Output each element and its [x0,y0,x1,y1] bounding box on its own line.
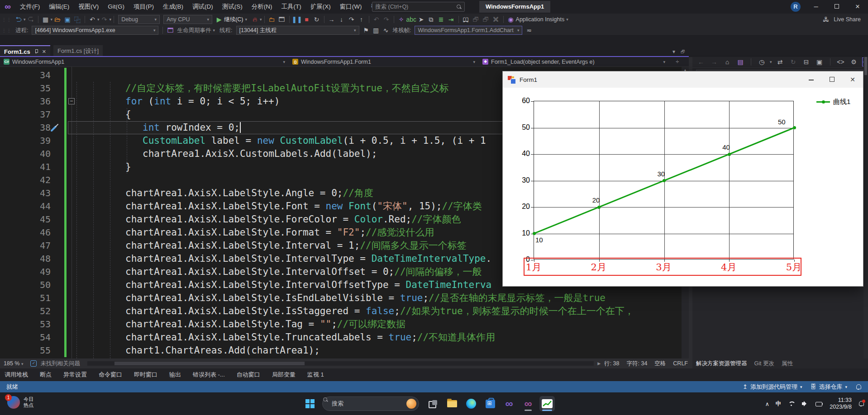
home-icon[interactable]: ⌂ [722,58,732,66]
tab-form1-cs-design[interactable]: Form1.cs [设计] [53,45,103,57]
continue-icon[interactable]: ▶ [214,16,224,23]
bottom-panel-tab[interactable]: 异常设置 [63,371,87,379]
pin-icon[interactable] [34,49,38,54]
select-repository-button[interactable]: 🗄 选择仓库▾ [810,383,847,391]
panel-scrollbar[interactable] [863,56,868,359]
taskbar-search[interactable]: 搜索 [322,396,419,411]
menu-item[interactable]: Git(G) [103,3,129,10]
menu-item[interactable]: 项目(P) [129,3,158,10]
close-button[interactable]: ✕ [847,0,868,14]
thread-select[interactable]: [13044] 主线程▾ [236,26,359,35]
ime-indicator[interactable]: 中 [776,400,782,408]
minimize-button[interactable]: ─ [806,0,826,14]
battery-icon[interactable] [816,401,823,407]
bottom-panel-tab[interactable]: 自动窗口 [237,371,260,379]
menu-item[interactable]: 调试(D) [188,3,218,10]
running-chart-app-button[interactable] [539,396,555,411]
continue-button[interactable]: 继续(C) [224,16,243,24]
code-view-icon[interactable]: <> [836,58,846,66]
pointer-icon[interactable]: ➤ [416,16,426,23]
bottom-panel-tab[interactable]: 错误列表 -... [193,371,225,379]
show-threads-icon[interactable]: ▥ [371,27,381,34]
account-avatar[interactable]: R [791,2,801,12]
breadcrumb-member[interactable]: ❖ Form1_Load(object sender, EventArgs e)… [479,59,669,65]
format-document-icon[interactable]: ⇥ [446,16,456,23]
panel-tab[interactable]: 解决方案资源管理器 [696,360,747,368]
add-to-source-control-button[interactable]: ↥ 添加到源代码管理▾ [743,383,802,391]
visual-studio-2-button[interactable]: ∞ [520,396,536,411]
start-button[interactable] [302,396,318,411]
menu-item[interactable]: 分析(N) [247,3,277,10]
compare-icon[interactable]: ⇄ [775,58,785,66]
new-project-icon[interactable]: ▦ [41,16,51,23]
bottom-panel-tab[interactable]: 局部变量 [272,371,296,379]
microsoft-store-button[interactable] [482,396,498,411]
open-folder-icon[interactable]: 🗁 [52,16,62,23]
step-over-icon[interactable]: ↷ [347,16,357,23]
eol-indicator[interactable]: CRLF [673,360,688,367]
task-view-button[interactable] [425,396,441,411]
stack-frame-select[interactable]: WindowsFormsApp1.Form1.AddChart▾ [415,26,522,35]
hot-reload-icon[interactable]: 🔥︎ [250,16,260,24]
collapse-all-icon[interactable]: ⊟ [801,58,811,66]
flow-icon[interactable]: ∿ [381,27,391,34]
application-insights-button[interactable]: Application Insights [516,16,565,23]
solution-platforms-select[interactable]: Any CPU▾ [163,15,212,24]
scroll-right-icon[interactable]: ▶ [597,361,601,366]
lifecycle-events-dropdown[interactable]: ▾ [213,28,215,33]
visual-studio-button[interactable]: ∞ [501,396,517,411]
form-maximize-button[interactable] [821,71,842,88]
menu-item[interactable]: 工具(T) [277,3,306,10]
form-minimize-button[interactable] [801,71,821,88]
copy-document-icon[interactable]: ⧉ [426,16,436,24]
widgets-button[interactable]: 1 今日 热点 [4,395,37,410]
forward-icon[interactable]: → [709,58,719,66]
bookmark-clear-icon[interactable]: 🗙 [491,16,501,23]
navigate-back-icon[interactable]: ⮌ [14,16,24,23]
horizontal-scrollbar[interactable] [87,361,594,366]
intellisense-icon[interactable]: ✧ [396,16,406,23]
quick-search-input[interactable]: 搜索 (Ctrl+Q) [372,2,465,12]
bottom-panel-tab[interactable]: 即时窗口 [134,371,157,379]
bookmark-next-icon[interactable]: 🗗 [481,16,491,23]
undo2-icon[interactable]: ↶ [372,16,382,23]
pending-changes-filter-icon[interactable]: ◷ [757,58,767,66]
notifications-bell-icon[interactable] [855,384,862,390]
find-in-files-icon[interactable]: 🗀 [267,16,277,23]
show-next-statement-icon[interactable]: → [327,16,337,23]
switch-views-icon[interactable]: ▤ [735,58,745,66]
show-all-files-icon[interactable]: ▣ [815,58,825,66]
close-tab-icon[interactable]: ✕ [42,49,46,55]
bottom-panel-tab[interactable]: 输出 [169,371,181,379]
edge-browser-button[interactable] [463,396,479,411]
menu-item[interactable]: 扩展(X) [306,3,335,10]
file-explorer-button[interactable] [444,396,460,411]
save-all-icon[interactable]: ⿻ [72,15,82,24]
spell-check-icon[interactable]: abc [406,16,416,23]
notification-center-icon[interactable] [858,401,864,407]
live-share-button[interactable]: Live Share [834,16,861,23]
toolbar-overflow-icon[interactable]: ≂ [524,27,534,34]
preview-window-icon[interactable]: 🗔 [277,16,287,23]
live-share-icon[interactable]: 🖧 [821,16,831,23]
split-editor-icon[interactable]: ÷ [676,59,689,65]
bottom-panel-tab[interactable]: 断点 [40,371,52,379]
sort-lines-icon[interactable]: ≣ [436,16,446,23]
clock[interactable]: 11:33 2023/9/8 [830,397,852,410]
bottom-panel-tab[interactable]: 命令窗口 [99,371,122,379]
navigate-forward-icon[interactable]: ⮎ [26,16,36,23]
undo-icon[interactable]: ↶ [87,16,97,23]
menu-item[interactable]: 文件(F) [15,3,44,10]
bottom-panel-tab[interactable]: 调用堆栈 [5,371,28,379]
panel-tab[interactable]: Git 更改 [754,360,774,368]
flag-threads-icon[interactable]: ⚑ [361,27,371,34]
code-health-icon[interactable]: ✓ [30,360,37,367]
tab-list-chevron-icon[interactable]: ▼ [672,49,676,54]
solution-configurations-select[interactable]: Debug▾ [118,15,160,24]
line-indicator[interactable]: 行: 38 [604,360,619,368]
step-into-icon[interactable]: ↓ [337,16,347,23]
menu-item[interactable]: 编辑(E) [44,3,74,10]
spaces-indicator[interactable]: 空格 [654,360,666,368]
bottom-panel-tab[interactable]: 监视 1 [307,371,324,379]
refresh-icon[interactable]: ↻ [788,58,798,66]
